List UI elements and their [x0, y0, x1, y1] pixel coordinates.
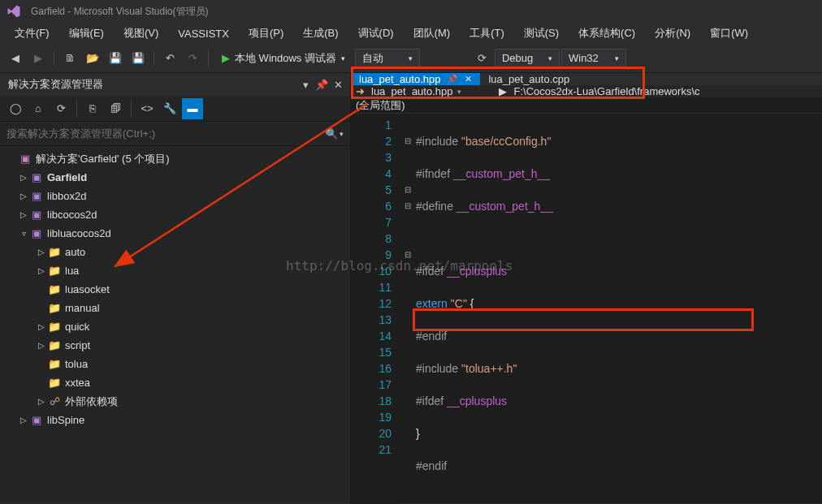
close-icon[interactable]: ✕ [465, 74, 472, 84]
project-icon: ▣ [29, 209, 44, 222]
save-button[interactable]: 💾 [105, 48, 126, 69]
tree-item[interactable]: ▷📁script [0, 336, 350, 355]
menu-debug[interactable]: 调试(D) [348, 23, 404, 44]
open-button[interactable]: 📂 [82, 48, 103, 69]
project-icon: ▣ [29, 171, 44, 184]
menu-architecture[interactable]: 体系结构(C) [569, 23, 645, 44]
expand-arrow-icon[interactable]: ▷ [18, 172, 29, 183]
menu-tools[interactable]: 工具(T) [460, 23, 514, 44]
expand-arrow-icon[interactable]: ▷ [36, 321, 47, 333]
nav-arrow-icon[interactable]: ➜ [356, 85, 365, 97]
tab-lua-pet-auto-cpp[interactable]: lua_pet_auto.cpp [480, 73, 578, 85]
code-content[interactable]: #include "base/ccConfig.h" #ifndef __cus… [416, 114, 822, 504]
tree-item[interactable]: 📁tolua [0, 355, 350, 373]
se-showall-button[interactable]: 🗐 [105, 98, 126, 119]
tree-item-label: quick [65, 321, 89, 333]
solution-search-input[interactable] [6, 127, 325, 140]
save-all-button[interactable]: 💾 [128, 48, 149, 69]
expand-arrow-icon[interactable]: ▷ [18, 191, 29, 202]
menu-window[interactable]: 窗口(W) [700, 23, 758, 44]
tree-item[interactable]: ▷▣libcocos2d [0, 205, 350, 224]
nav-forward-icon[interactable]: ▶ [499, 85, 507, 97]
solution-node[interactable]: ▣ 解决方案'Garfield' (5 个项目) [0, 149, 350, 168]
tree-item[interactable]: ▷📁quick [0, 317, 350, 336]
tree-item[interactable]: ▷▣libSpine [0, 411, 350, 429]
se-properties-button[interactable]: 🔧 [159, 98, 180, 119]
folder-icon: 📁 [47, 358, 62, 371]
se-preview-button[interactable]: ▬ [182, 98, 203, 119]
pin-icon[interactable]: 📌 [447, 74, 458, 84]
expand-arrow-icon[interactable] [36, 359, 47, 370]
tree-item[interactable]: ▷📁lua [0, 261, 350, 280]
expand-arrow-icon[interactable]: ▷ [36, 340, 47, 351]
pane-close-icon[interactable]: ✕ [331, 77, 345, 92]
nav-file-dropdown[interactable]: lua_pet_auto.hpp▾ [371, 85, 461, 97]
tree-item-label: lua [65, 265, 79, 277]
se-code-button[interactable]: <> [136, 98, 158, 119]
new-project-button[interactable]: 🗎 [59, 48, 80, 69]
expand-arrow-icon[interactable]: ▿ [18, 228, 29, 239]
tab-lua-pet-auto-hpp[interactable]: lua_pet_auto.hpp 📌 ✕ [351, 73, 480, 85]
project-icon: ▣ [29, 414, 44, 427]
solution-tree: ▣ 解决方案'Garfield' (5 个项目) ▷▣Garfield▷▣lib… [0, 146, 350, 503]
expand-arrow-icon[interactable] [36, 303, 47, 314]
nav-forward-button[interactable]: ▶ [28, 48, 49, 69]
undo-button[interactable]: ↶ [159, 48, 180, 69]
tab-label: lua_pet_auto.cpp [488, 73, 569, 85]
scope-dropdown[interactable]: (全局范围) [356, 98, 405, 113]
menu-team[interactable]: 团队(M) [404, 23, 461, 44]
tree-item-label: auto [65, 246, 85, 258]
tree-item[interactable]: ▷▣libbox2d [0, 187, 350, 205]
nav-path: F:\Cocos2dx-Lua\Garfield\frameworks\c [513, 85, 699, 97]
solution-mode-dropdown[interactable]: 自动▾ [355, 49, 420, 68]
tree-item[interactable]: ▷📁auto [0, 243, 350, 261]
refresh-button[interactable]: ⟳ [472, 48, 493, 69]
se-sync-button[interactable]: ⟳ [50, 98, 71, 119]
tree-item[interactable]: ▿▣libluacocos2d [0, 224, 350, 243]
expand-arrow-icon[interactable] [36, 377, 47, 389]
menu-build[interactable]: 生成(B) [293, 23, 348, 44]
search-icon[interactable]: 🔍 ▾ [325, 127, 344, 140]
start-debugging-button[interactable]: ▶ 本地 Windows 调试器 ▾ [214, 48, 353, 69]
redo-button[interactable]: ↷ [182, 48, 203, 69]
nav-back-button[interactable]: ◀ [5, 48, 26, 69]
fold-gutter[interactable]: ⊟⊟⊟⊟ [400, 114, 416, 504]
play-icon: ▶ [222, 52, 230, 64]
se-back-button[interactable]: ◯ [5, 98, 26, 119]
menu-edit[interactable]: 编辑(E) [59, 23, 114, 44]
tree-item-label: manual [65, 302, 100, 314]
tree-item-label: tolua [65, 358, 88, 370]
tree-item[interactable]: 📁luasocket [0, 280, 350, 299]
code-editor[interactable]: 123456789101112131415161718192021 ⊟⊟⊟⊟ #… [351, 114, 822, 504]
pane-pin-icon[interactable]: 📌 [314, 77, 329, 92]
tree-item[interactable]: 📁manual [0, 299, 350, 317]
reference-icon: ☍ [47, 395, 62, 408]
se-copy-button[interactable]: ⎘ [82, 98, 103, 119]
expand-arrow-icon[interactable]: ▷ [36, 247, 47, 258]
tree-item[interactable]: 📁xxtea [0, 373, 350, 392]
se-home-button[interactable]: ⌂ [28, 98, 49, 119]
tree-item-label: Garfield [47, 171, 87, 183]
menu-vassistx[interactable]: VASSISTX [168, 24, 239, 43]
menu-project[interactable]: 项目(P) [239, 23, 293, 44]
solution-label: 解决方案'Garfield' (5 个项目) [36, 152, 170, 166]
tree-item-label: libbox2d [47, 190, 86, 202]
menu-analyze[interactable]: 分析(N) [645, 23, 700, 44]
menu-view[interactable]: 视图(V) [114, 23, 168, 44]
tree-item-label: luasocket [65, 283, 110, 295]
expand-arrow-icon[interactable]: ▷ [18, 209, 29, 221]
tree-item-label: libcocos2d [47, 209, 97, 221]
pane-dropdown-icon[interactable]: ▾ [298, 77, 313, 92]
expand-arrow-icon[interactable]: ▷ [18, 415, 29, 426]
expand-arrow-icon[interactable] [36, 284, 47, 295]
tree-item[interactable]: ▷☍外部依赖项 [0, 392, 350, 411]
tree-item-label: 外部依赖项 [65, 394, 118, 409]
folder-icon: 📁 [47, 377, 62, 390]
platform-dropdown[interactable]: Win32▾ [561, 49, 626, 68]
expand-arrow-icon[interactable]: ▷ [36, 396, 47, 407]
tree-item[interactable]: ▷▣Garfield [0, 168, 350, 187]
expand-arrow-icon[interactable]: ▷ [36, 265, 47, 277]
menu-file[interactable]: 文件(F) [5, 23, 59, 44]
menu-test[interactable]: 测试(S) [514, 23, 569, 44]
config-dropdown[interactable]: Debug▾ [495, 49, 560, 68]
